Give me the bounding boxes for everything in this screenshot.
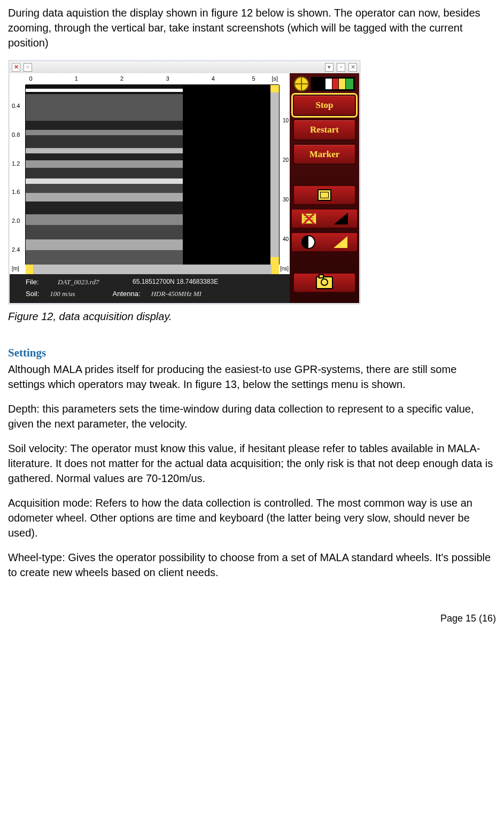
- intro-paragraph: During data aquistion the display shown …: [8, 5, 496, 50]
- axis-tick: 2: [120, 75, 123, 83]
- radargram-canvas[interactable]: [26, 85, 279, 265]
- contrast-toggle-button[interactable]: [291, 232, 358, 252]
- axis-tick: 20: [283, 157, 289, 164]
- status-bar: File: DAT_0023.rd7 65.18512700N 18.74683…: [10, 274, 290, 303]
- page-number: Page 15 (16): [8, 612, 496, 625]
- axis-unit: [m]: [12, 265, 19, 273]
- camera-icon: [316, 276, 333, 289]
- axis-tick: 0.4: [12, 103, 20, 111]
- window-titlebar: ✕ ○ ▾ ▫ ✕: [10, 61, 359, 73]
- close-right-icon[interactable]: ✕: [348, 63, 357, 72]
- vertical-scrollbar[interactable]: [270, 85, 279, 265]
- axis-tick: 10: [283, 117, 289, 125]
- maximize-icon[interactable]: ▫: [337, 63, 345, 72]
- soil-label: Soil:: [26, 289, 39, 299]
- ruler-off-icon: [301, 213, 316, 224]
- top-axis: 0 1 2 3 4 5 [s]: [26, 73, 279, 85]
- stop-button[interactable]: Stop: [293, 95, 356, 116]
- settings-heading: Settings: [8, 345, 496, 361]
- axis-tick: 40: [283, 236, 289, 243]
- app-screenshot: ✕ ○ ▾ ▫ ✕ 0 1 2 3 4 5 [s] 0.4: [8, 60, 361, 305]
- horizontal-scrollbar[interactable]: [26, 265, 279, 274]
- window-menu-icon[interactable]: ○: [24, 63, 32, 72]
- file-label: File:: [26, 277, 58, 287]
- left-axis: 0.4 0.8 1.2 1.6 2.0 2.4: [10, 85, 26, 265]
- acquisition-paragraph: Acquisition mode: Refers to how the data…: [8, 495, 496, 540]
- axis-tick: 2.4: [12, 246, 20, 254]
- axis-tick: 30: [283, 196, 289, 204]
- radargram-plot: 0 1 2 3 4 5 [s] 0.4 0.8 1.2 1.6 2.0 2.4: [10, 73, 290, 274]
- marker-button[interactable]: Marker: [293, 144, 356, 165]
- axis-tick: 1: [75, 75, 78, 83]
- axis-tick: 0: [29, 75, 32, 83]
- triangle-dark-icon: [334, 213, 348, 224]
- axis-unit: [s]: [272, 75, 278, 83]
- soil-value: 100 m/us: [50, 289, 75, 299]
- fullscreen-icon: [317, 189, 331, 201]
- axis-tick: 1.2: [12, 160, 20, 168]
- minimize-icon[interactable]: ▾: [325, 63, 334, 72]
- axis-unit: [ns]: [280, 265, 289, 273]
- triangle-light-icon: [334, 236, 347, 248]
- fullscreen-button[interactable]: [293, 185, 356, 205]
- close-icon[interactable]: ✕: [12, 63, 20, 72]
- antenna-label: Antenna:: [113, 289, 141, 299]
- gps-coords: 65.18512700N 18.74683383E: [133, 277, 284, 286]
- axis-tick: 0.8: [12, 131, 20, 139]
- ruler-toggle-button[interactable]: [291, 208, 358, 229]
- figure-caption: Figure 12, data acquisition display.: [8, 309, 496, 324]
- axis-tick: 5: [252, 75, 255, 83]
- axis-tick: 3: [166, 75, 169, 83]
- soil-paragraph: Soil velocity: The operator must know th…: [8, 441, 496, 486]
- file-value: DAT_0023.rd7: [58, 277, 133, 287]
- restart-button[interactable]: Restart: [293, 119, 356, 141]
- axis-tick: 4: [212, 75, 215, 83]
- screenshot-button[interactable]: [293, 273, 356, 293]
- axis-tick: 1.6: [12, 189, 20, 197]
- wheel-paragraph: Wheel-type: Gives the operator possibili…: [8, 550, 496, 580]
- axis-tick: 2.0: [12, 217, 20, 225]
- settings-intro: Although MALA prides itself for producin…: [8, 362, 496, 392]
- depth-paragraph: Depth: this parameters sets the time-win…: [8, 401, 496, 431]
- gps-target-icon[interactable]: [294, 76, 309, 91]
- right-axis: 10 20 30 40: [279, 85, 290, 265]
- antenna-value: HDR-450MHz MI: [151, 289, 201, 299]
- signal-meter-icon: [311, 77, 355, 91]
- control-panel: Stop Restart Marker: [290, 73, 359, 303]
- contrast-icon: [301, 235, 315, 249]
